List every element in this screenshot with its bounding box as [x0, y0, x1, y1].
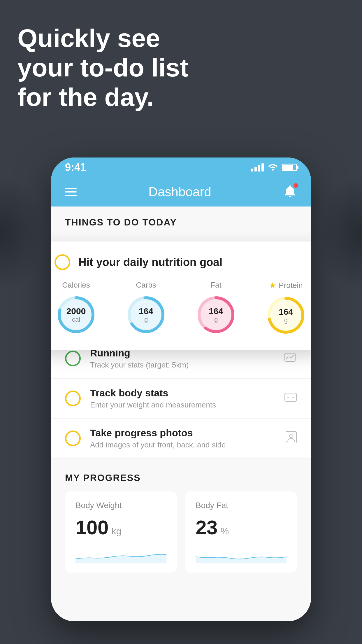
calories-label: Calories: [62, 281, 90, 290]
nutrition-check-circle[interactable]: [55, 254, 70, 270]
headline-line2: your to-do list: [17, 53, 189, 82]
body-weight-label: Body Weight: [75, 501, 166, 510]
photos-subtitle: Add images of your front, back, and side: [90, 440, 276, 449]
body-weight-card[interactable]: Body Weight 100 kg: [65, 491, 177, 573]
wifi-icon: [268, 162, 278, 173]
running-text: Running Track your stats (target: 5km): [90, 347, 275, 370]
carbs-ring: 164 g: [124, 293, 168, 336]
body-stats-title: Track body stats: [90, 387, 275, 399]
svg-point-14: [289, 434, 293, 438]
menu-button[interactable]: [65, 188, 77, 196]
svg-rect-12: [285, 393, 296, 401]
body-stats-check: [65, 391, 81, 406]
shadow-left: [0, 175, 47, 292]
body-weight-value: 100: [75, 516, 108, 539]
body-fat-value-row: 23 %: [196, 516, 287, 539]
body-fat-unit: %: [221, 526, 229, 537]
running-check: [65, 351, 81, 366]
todo-list: Running Track your stats (target: 5km) T…: [51, 339, 311, 459]
nutrition-calories: Calories 2000 cal: [55, 281, 98, 337]
body-stats-icon: [284, 391, 297, 406]
progress-header: MY PROGRESS: [65, 473, 297, 483]
body-weight-value-row: 100 kg: [75, 516, 166, 539]
nav-title: Dashboard: [148, 185, 211, 199]
nutrition-grid: Calories 2000 cal: [55, 281, 307, 337]
nutrition-fat: Fat 164 g: [194, 281, 238, 337]
status-bar: 9:41: [51, 158, 311, 177]
signal-icon: [251, 163, 264, 172]
body-fat-card[interactable]: Body Fat 23 %: [185, 491, 297, 573]
body-stats-subtitle: Enter your weight and measurements: [90, 400, 275, 410]
body-fat-label: Body Fat: [196, 501, 287, 510]
card-title-row: Hit your daily nutrition goal: [55, 254, 307, 270]
body-stats-text: Track body stats Enter your weight and m…: [90, 387, 275, 410]
status-time: 9:41: [65, 161, 86, 174]
body-fat-chart: [196, 546, 287, 563]
things-today-header: THINGS TO DO TODAY: [51, 206, 311, 234]
nutrition-card: Hit your daily nutrition goal Calories 2…: [51, 242, 311, 350]
protein-label: Protein: [279, 281, 303, 290]
notification-dot: [294, 183, 298, 188]
shadow-right: [315, 175, 362, 292]
calories-ring: 2000 cal: [55, 293, 98, 336]
photos-text: Take progress photos Add images of your …: [90, 427, 276, 449]
headline-line3: for the day.: [17, 82, 189, 112]
progress-section: MY PROGRESS Body Weight 100 kg: [51, 459, 311, 573]
carbs-label: Carbs: [136, 281, 156, 290]
running-subtitle: Track your stats (target: 5km): [90, 360, 275, 370]
nutrition-carbs: Carbs 164 g: [124, 281, 168, 337]
fat-label: Fat: [210, 281, 222, 290]
nutrition-protein: ★ Protein 164 g: [264, 281, 307, 337]
battery-icon: [282, 164, 297, 171]
star-icon: ★: [269, 281, 276, 290]
photos-title: Take progress photos: [90, 427, 276, 439]
nav-bar: Dashboard: [51, 177, 311, 206]
content-area: THINGS TO DO TODAY Hit your daily nutrit…: [51, 206, 311, 621]
todo-photos[interactable]: Take progress photos Add images of your …: [51, 419, 311, 459]
headline-line1: Quickly see: [17, 23, 189, 53]
body-weight-chart: [75, 546, 166, 563]
headline: Quickly see your to-do list for the day.: [17, 23, 189, 112]
todo-body-stats[interactable]: Track body stats Enter your weight and m…: [51, 379, 311, 419]
running-icon: [284, 352, 297, 365]
body-weight-unit: kg: [111, 526, 121, 537]
phone-shell: 9:41 Dashboard: [51, 158, 311, 621]
progress-cards: Body Weight 100 kg Body Fat: [65, 491, 297, 573]
notification-button[interactable]: [283, 184, 297, 200]
photos-icon: [285, 431, 297, 446]
photos-check: [65, 430, 81, 446]
body-fat-value: 23: [196, 516, 218, 539]
protein-ring: 164 g: [264, 294, 307, 337]
fat-ring: 164 g: [194, 293, 238, 336]
status-icons: [251, 162, 297, 173]
nutrition-card-title: Hit your daily nutrition goal: [78, 256, 222, 269]
